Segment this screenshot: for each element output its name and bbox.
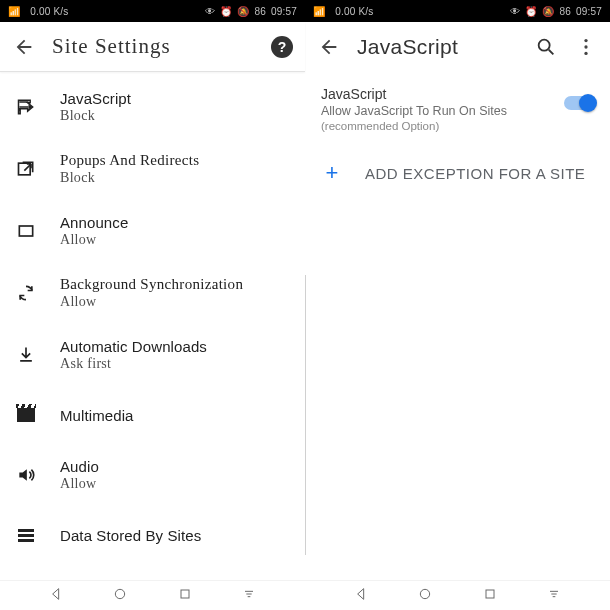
battery-level: 86 <box>254 6 266 17</box>
net-speed: 0.00 K/s <box>30 6 68 17</box>
row-autodownload[interactable]: Automatic Downloads Ask first <box>0 324 305 386</box>
settings-list: JavaScript Block Popups And Redirects Bl… <box>0 72 305 610</box>
svg-point-8 <box>584 52 587 55</box>
signal-icon: 📶 <box>313 6 325 17</box>
add-exception-label: ADD EXCEPTION FOR A SITE <box>365 165 585 182</box>
alarm-icon: ⏰ <box>525 6 537 17</box>
nav-home-icon[interactable] <box>417 586 433 606</box>
popup-icon <box>14 159 38 179</box>
page-title: JavaScript <box>357 35 518 59</box>
nav-bar <box>305 580 610 610</box>
row-bgsync[interactable]: Background Synchronization Allow <box>0 262 305 324</box>
plus-icon: + <box>321 160 343 186</box>
mute-icon: 🔕 <box>542 6 554 17</box>
appbar-right: JavaScript <box>305 22 610 72</box>
sync-icon <box>14 283 38 303</box>
row-status: Block <box>60 170 199 186</box>
help-icon[interactable]: ? <box>271 36 293 58</box>
js-toggle-section[interactable]: JavaScript Allow JavaScript To Run On Si… <box>305 72 610 142</box>
row-multimedia[interactable]: Multimedia <box>0 386 305 444</box>
js-toggle[interactable] <box>564 96 594 110</box>
clock-time: 09:57 <box>271 6 297 17</box>
column-divider <box>305 275 306 555</box>
page-title: Site Settings <box>52 34 255 59</box>
nav-bar <box>0 580 305 610</box>
signal-icon: 📶 <box>8 6 20 17</box>
nav-back-icon[interactable] <box>353 586 369 606</box>
nav-drawer-icon[interactable] <box>241 586 257 606</box>
svg-rect-1 <box>19 226 32 236</box>
net-speed: 0.00 K/s <box>335 6 373 17</box>
mute-icon: 🔕 <box>237 6 249 17</box>
section-note: (recommended Option) <box>321 120 564 132</box>
overflow-icon[interactable] <box>574 35 598 59</box>
search-icon[interactable] <box>534 35 558 59</box>
announce-icon <box>14 221 38 241</box>
row-data-stored[interactable]: Data Stored By Sites <box>0 506 305 564</box>
row-status: Ask first <box>60 356 207 372</box>
row-label: JavaScript <box>60 90 131 107</box>
row-label: Audio <box>60 458 99 475</box>
back-icon[interactable] <box>12 35 36 59</box>
svg-rect-4 <box>181 590 189 598</box>
download-icon <box>14 345 38 365</box>
nav-back-icon[interactable] <box>48 586 64 606</box>
row-status: Allow <box>60 476 99 492</box>
nav-drawer-icon[interactable] <box>546 586 562 606</box>
row-label: Background Synchronization <box>60 276 243 293</box>
eye-icon: 👁 <box>510 6 520 17</box>
svg-point-9 <box>421 589 430 598</box>
alarm-icon: ⏰ <box>220 6 232 17</box>
appbar-left: Site Settings ? <box>0 22 305 72</box>
row-status: Allow <box>60 294 243 310</box>
battery-level: 86 <box>559 6 571 17</box>
row-popups[interactable]: Popups And Redirects Block <box>0 138 305 200</box>
row-label: Data Stored By Sites <box>60 527 201 544</box>
row-label: Announce <box>60 214 128 231</box>
row-javascript[interactable]: JavaScript Block <box>0 76 305 138</box>
add-exception-row[interactable]: + ADD EXCEPTION FOR A SITE <box>305 142 610 204</box>
storage-icon <box>14 529 38 542</box>
status-bar: 📶 0.00 K/s 👁 ⏰ 🔕 86 09:57 <box>0 0 305 22</box>
javascript-icon <box>14 97 38 117</box>
back-icon[interactable] <box>317 35 341 59</box>
section-title: JavaScript <box>321 86 564 102</box>
clapper-icon <box>14 408 38 422</box>
row-label: Multimedia <box>60 407 134 424</box>
row-status: Block <box>60 108 131 124</box>
status-bar: 📶 0.00 K/s 👁 ⏰ 🔕 86 09:57 <box>305 0 610 22</box>
nav-home-icon[interactable] <box>112 586 128 606</box>
row-audio[interactable]: Audio Allow <box>0 444 305 506</box>
row-label: Popups And Redirects <box>60 152 199 169</box>
section-subtitle: Allow JavaScript To Run On Sites <box>321 104 564 118</box>
svg-point-6 <box>584 39 587 42</box>
svg-point-3 <box>116 589 125 598</box>
svg-point-5 <box>539 40 550 51</box>
nav-recent-icon[interactable] <box>482 586 498 606</box>
nav-recent-icon[interactable] <box>177 586 193 606</box>
row-label: Automatic Downloads <box>60 338 207 355</box>
speaker-icon <box>14 465 38 485</box>
eye-icon: 👁 <box>205 6 215 17</box>
svg-rect-10 <box>486 590 494 598</box>
svg-rect-0 <box>19 163 31 175</box>
row-announce[interactable]: Announce Allow <box>0 200 305 262</box>
clock-time: 09:57 <box>576 6 602 17</box>
row-status: Allow <box>60 232 128 248</box>
svg-point-7 <box>584 45 587 48</box>
